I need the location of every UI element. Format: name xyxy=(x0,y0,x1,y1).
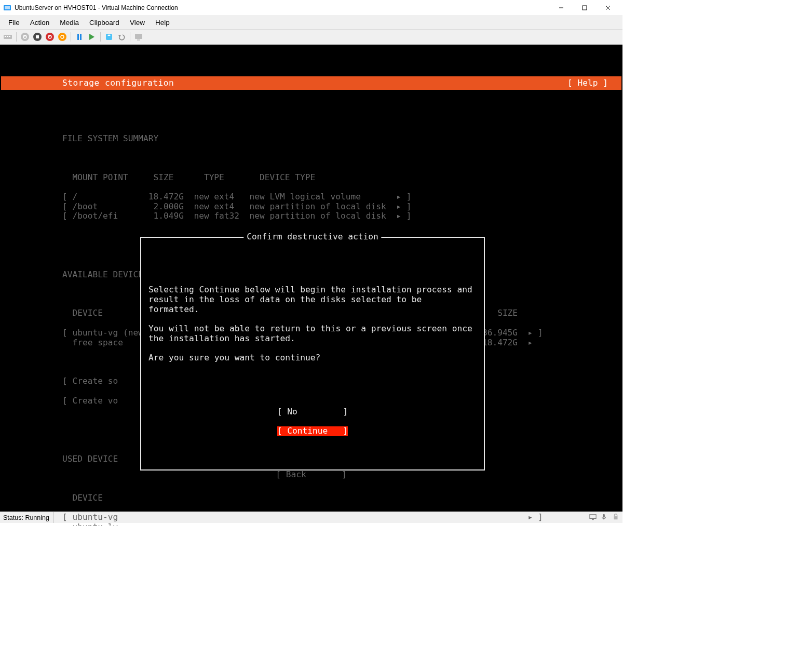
save-icon[interactable] xyxy=(57,31,68,43)
app-icon xyxy=(3,4,11,12)
page-title: Storage configuration xyxy=(1,78,174,88)
continue-button[interactable]: [ Continue ] xyxy=(277,426,348,436)
help-button[interactable]: [ Help ] xyxy=(567,78,621,88)
svg-rect-1 xyxy=(5,6,10,9)
toolbar xyxy=(0,30,622,45)
minimize-button[interactable] xyxy=(549,0,573,16)
dialog-text: You will not be able to return to this o… xyxy=(148,324,477,343)
svg-point-14 xyxy=(61,35,64,38)
toolbar-separator xyxy=(71,32,71,42)
menu-view[interactable]: View xyxy=(125,17,150,28)
svg-rect-9 xyxy=(9,36,10,37)
fs-row[interactable]: [ / 18.472G new ext4 new LVM logical vol… xyxy=(62,192,621,202)
used-row[interactable]: ubuntu-lv ▸ xyxy=(62,522,621,526)
start-icon[interactable] xyxy=(19,31,31,43)
no-button[interactable]: [ No ] xyxy=(277,407,348,417)
svg-rect-17 xyxy=(137,39,140,41)
turnoff-icon[interactable] xyxy=(32,31,43,43)
menu-clipboard[interactable]: Clipboard xyxy=(84,17,125,28)
toolbar-separator xyxy=(100,32,101,42)
svg-rect-7 xyxy=(5,36,6,37)
svg-rect-8 xyxy=(7,36,8,37)
used-row[interactable]: [ ubuntu-vg ▸ ] xyxy=(62,513,621,522)
revert-icon[interactable] xyxy=(116,31,127,43)
toolbar-separator xyxy=(16,32,17,42)
window-title: UbuntuServer on HVHOST01 - Virtual Machi… xyxy=(15,4,549,11)
fs-columns: MOUNT POINT SIZE TYPE DEVICE TYPE xyxy=(62,173,621,183)
titlebar: UbuntuServer on HVHOST01 - Virtual Machi… xyxy=(0,0,622,16)
menu-help[interactable]: Help xyxy=(150,17,175,28)
enhanced-session-icon[interactable] xyxy=(133,31,144,43)
confirm-dialog: Confirm destructive action Selecting Con… xyxy=(134,218,491,496)
menu-file[interactable]: File xyxy=(3,17,25,28)
console-viewport[interactable]: Storage configuration [ Help ] FILE SYST… xyxy=(0,45,622,512)
checkpoint-icon[interactable] xyxy=(103,31,115,43)
reset-icon[interactable] xyxy=(86,31,98,43)
shutdown-icon[interactable] xyxy=(44,31,56,43)
dialog-text: Selecting Continue below will begin the … xyxy=(148,285,477,314)
menubar: File Action Media Clipboard View Help xyxy=(0,16,622,30)
dialog-text: Are you sure you want to continue? xyxy=(148,353,320,362)
maximize-button[interactable] xyxy=(573,0,596,16)
menu-media[interactable]: Media xyxy=(55,17,84,28)
svg-rect-16 xyxy=(135,34,142,39)
fs-row[interactable]: [ /boot 2.000G new ext4 new partition of… xyxy=(62,202,621,212)
console: Storage configuration [ Help ] FILE SYST… xyxy=(1,47,621,510)
window-controls xyxy=(549,0,619,16)
toolbar-separator xyxy=(130,32,130,42)
svg-rect-3 xyxy=(583,6,587,10)
pause-icon[interactable] xyxy=(74,31,85,43)
ctrl-alt-del-icon[interactable] xyxy=(2,31,13,43)
close-button[interactable] xyxy=(596,0,619,16)
menu-action[interactable]: Action xyxy=(25,17,55,28)
dialog-title: Confirm destructive action xyxy=(243,232,381,242)
section-heading: FILE SYSTEM SUMMARY xyxy=(62,134,621,144)
installer-header: Storage configuration [ Help ] xyxy=(1,76,621,90)
